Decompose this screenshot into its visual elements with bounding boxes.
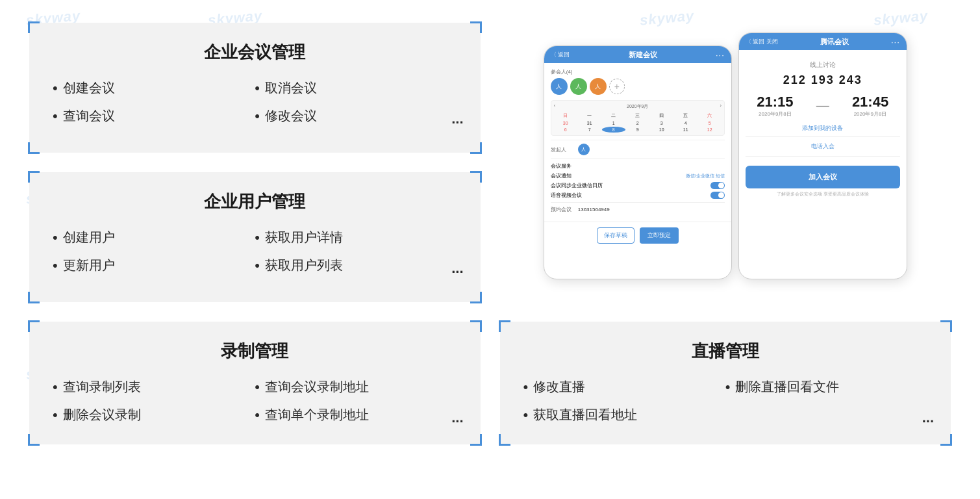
- meeting-management-card: 企业会议管理 • 创建会议 • 取消会议 • 查询会议 • 修改会议 ...: [29, 23, 481, 153]
- cal-prev[interactable]: ‹: [554, 103, 555, 110]
- live-bullet-1: •: [523, 379, 529, 396]
- tel-entry-link[interactable]: 电话入会: [746, 142, 900, 151]
- service-row: 会议服务: [551, 162, 725, 170]
- phones-container: 〈 返回 新建会议 ··· 参会人(4) 人 人 人 + ‹: [544, 26, 907, 299]
- user-item-label-3: 更新用户: [63, 257, 115, 274]
- cal-thu-hdr: 四: [650, 112, 673, 120]
- user-management-title: 企业用户管理: [53, 190, 457, 213]
- bottom-section: 录制管理 • 查询录制列表 • 查询会议录制地址 • 删除会议录制 • 查询单个…: [19, 312, 961, 454]
- live-item-1: • 修改直播: [523, 376, 725, 398]
- meeting-item-label-2: 取消会议: [265, 79, 317, 97]
- cal-d8-today[interactable]: 8: [602, 127, 625, 133]
- divider-front-2: [746, 156, 900, 157]
- live-management-title: 直播管理: [523, 340, 928, 363]
- add-to-device-link[interactable]: 添加到我的设备: [746, 124, 900, 133]
- form-divider-2: [551, 159, 725, 159]
- sender-row: 发起人 人: [551, 144, 725, 155]
- phone-row: 预约会议 13631564949: [551, 206, 725, 213]
- user-item-1: • 创建用户: [53, 226, 255, 249]
- cal-fri-hdr: 五: [674, 112, 697, 120]
- create-meeting-button[interactable]: 立即预定: [640, 227, 679, 244]
- cal-d3[interactable]: 3: [650, 120, 673, 126]
- cal-d6[interactable]: 6: [554, 127, 577, 133]
- sender-avatar: 人: [578, 144, 590, 155]
- end-time-block: 21:45 2020年9月8日: [852, 94, 888, 118]
- phone-back-back-btn[interactable]: 〈 返回: [551, 51, 570, 59]
- user-bullet-4: •: [255, 257, 260, 274]
- save-draft-button[interactable]: 保存草稿: [597, 227, 634, 244]
- rec-bullet-1: •: [53, 379, 58, 396]
- meeting-item-2: • 取消会议: [255, 77, 457, 99]
- service-label: 会议服务: [551, 162, 572, 170]
- meeting-id: 212 193 243: [746, 73, 900, 87]
- meeting-subtitle: 线上讨论: [746, 60, 900, 70]
- cal-month: 2020年9月: [627, 103, 648, 110]
- cal-next[interactable]: ›: [720, 103, 721, 110]
- phone-back-dots: ···: [716, 50, 725, 60]
- rec-item-1: • 查询录制列表: [53, 376, 255, 398]
- phone-panel: 〈 返回 新建会议 ··· 参会人(4) 人 人 人 + ‹: [490, 13, 961, 312]
- start-time-block: 21:15 2020年9月8日: [757, 94, 793, 118]
- phone-front: 〈 返回 关闭 腾讯会议 ··· 线上讨论 212 193 243 21:15 …: [738, 32, 907, 279]
- cal-d4[interactable]: 4: [674, 120, 697, 126]
- cal-d12[interactable]: 12: [698, 127, 722, 133]
- avatar-1: 人: [551, 78, 568, 95]
- phone-back-title: 新建会议: [573, 50, 712, 60]
- form-divider-1: [551, 140, 725, 140]
- cal-d10[interactable]: 10: [650, 127, 673, 133]
- cal-d9[interactable]: 9: [626, 127, 649, 133]
- rec-item-label-4: 查询单个录制地址: [265, 406, 369, 424]
- cal-d11[interactable]: 11: [674, 127, 697, 133]
- live-management-content: • 修改直播 • 删除直播回看文件 • 获取直播回看地址 ...: [523, 376, 928, 426]
- join-meeting-button[interactable]: 加入会议: [746, 166, 900, 188]
- rec-bullet-2: •: [255, 379, 260, 396]
- meeting-item-label-1: 创建会议: [63, 79, 115, 97]
- user-item-label-1: 创建用户: [63, 229, 115, 246]
- phone-front-dots: ···: [891, 37, 900, 47]
- phone-front-back-btn[interactable]: 〈 返回 关闭: [746, 38, 778, 46]
- participants-row: 人 人 人 +: [551, 78, 725, 95]
- sync-toggle[interactable]: [710, 182, 725, 189]
- meeting-management-content: • 创建会议 • 取消会议 • 查询会议 • 修改会议 ...: [53, 77, 457, 127]
- rec-item-2: • 查询会议录制地址: [255, 376, 457, 398]
- phone-label: 预约会议: [551, 206, 578, 213]
- add-participant-btn[interactable]: +: [609, 79, 625, 94]
- phone-back-footer: 保存草稿 立即预定: [544, 222, 731, 249]
- end-date: 2020年9月8日: [852, 110, 888, 118]
- user-bullet-3: •: [53, 257, 58, 274]
- rec-item-3: • 删除会议录制: [53, 403, 255, 426]
- cal-d30[interactable]: 30: [554, 120, 577, 126]
- recording-management-title: 录制管理: [53, 340, 457, 363]
- participants-label: 参会人(4): [551, 68, 725, 75]
- time-separator: —: [816, 98, 829, 113]
- sender-label: 发起人: [551, 146, 578, 153]
- rec-item-label-3: 删除会议录制: [63, 406, 141, 424]
- notify-row: 会议通知 微信/企业微信 短信: [551, 172, 725, 179]
- cal-d5[interactable]: 5: [698, 120, 722, 126]
- user-item-3: • 更新用户: [53, 254, 255, 277]
- cal-d7[interactable]: 7: [578, 127, 601, 133]
- notify-options: 微信/企业微信 短信: [686, 173, 725, 179]
- cal-d2[interactable]: 2: [626, 120, 649, 126]
- rec-ellipsis: ...: [451, 409, 463, 426]
- calendar-header: ‹ 2020年9月 ›: [554, 103, 722, 110]
- live-management-card: 直播管理 • 修改直播 • 删除直播回看文件 • 获取直播回看地址 ...: [500, 322, 951, 444]
- user-management-content: • 创建用户 • 获取用户详情 • 更新用户 • 获取用户列表 ...: [53, 226, 457, 277]
- sync-row: 会议同步企业微信日历: [551, 182, 725, 189]
- live-item-label-2: 删除直播回看文件: [735, 378, 839, 396]
- record-toggle[interactable]: [710, 192, 725, 199]
- live-item-label-1: 修改直播: [533, 378, 585, 396]
- record-row: 语音视频会议: [551, 192, 725, 199]
- live-bullet-3: •: [523, 407, 529, 424]
- cal-d31[interactable]: 31: [578, 120, 601, 126]
- cal-tue-hdr: 二: [602, 112, 625, 120]
- meeting-item-label-3: 查询会议: [63, 107, 115, 125]
- user-bullet-2: •: [255, 229, 260, 246]
- start-time: 21:15: [757, 94, 793, 110]
- recording-management-content: • 查询录制列表 • 查询会议录制地址 • 删除会议录制 • 查询单个录制地址 …: [53, 376, 457, 426]
- recording-management-card: 录制管理 • 查询录制列表 • 查询会议录制地址 • 删除会议录制 • 查询单个…: [29, 322, 481, 444]
- phone-front-body: 线上讨论 212 193 243 21:15 2020年9月8日 — 21:45…: [739, 50, 907, 203]
- cal-mon-hdr: 一: [578, 112, 601, 120]
- cal-d1[interactable]: 1: [602, 120, 625, 126]
- meeting-management-title: 企业会议管理: [53, 41, 457, 64]
